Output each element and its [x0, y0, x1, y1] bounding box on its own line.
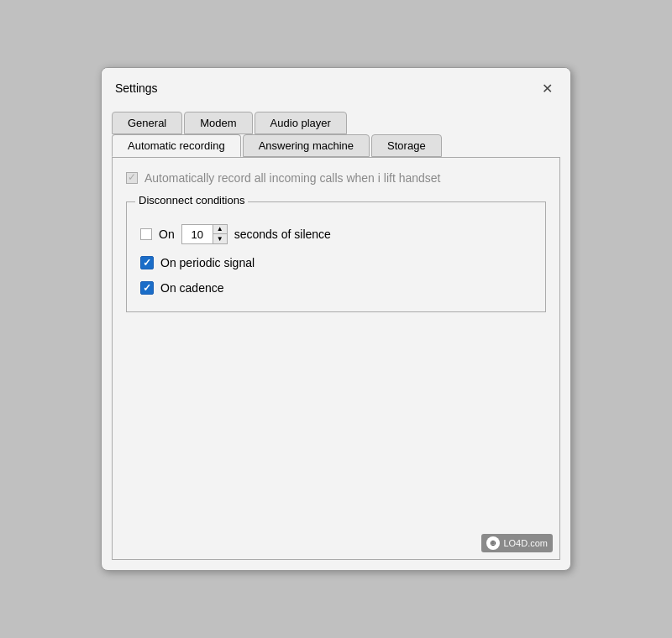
settings-window: Settings ✕ General Modem Audio player Au… — [101, 67, 571, 571]
watermark-text: LO4D.com — [503, 538, 548, 548]
silence-value-input[interactable] — [182, 225, 213, 243]
silence-checkbox[interactable] — [140, 228, 152, 240]
spinner-up-button[interactable]: ▲ — [213, 225, 227, 234]
tab-storage[interactable]: Storage — [371, 134, 442, 157]
auto-record-text: Automatically record all incoming calls … — [144, 171, 441, 185]
tab-automatic-recording[interactable]: Automatic recording — [112, 134, 241, 157]
tab-content: Automatically record all incoming calls … — [112, 157, 560, 560]
spinner-arrows: ▲ ▼ — [213, 225, 227, 243]
tab-audio-player[interactable]: Audio player — [255, 112, 347, 134]
auto-record-checkbox[interactable] — [126, 172, 138, 184]
tab-rows: General Modem Audio player Automatic rec… — [102, 112, 570, 157]
auto-record-row: Automatically record all incoming calls … — [126, 171, 546, 185]
window-title: Settings — [115, 81, 158, 95]
tab-row-2: Automatic recording Answering machine St… — [112, 134, 560, 157]
tab-row-1: General Modem Audio player — [112, 112, 560, 134]
silence-spinner: ▲ ▼ — [181, 224, 228, 244]
watermark: ⊕ LO4D.com — [481, 534, 553, 552]
silence-prefix: On — [159, 227, 175, 241]
watermark-logo: ⊕ — [486, 536, 500, 550]
periodic-signal-label: On periodic signal — [160, 256, 255, 269]
tab-answering-machine[interactable]: Answering machine — [243, 134, 370, 157]
periodic-signal-checkbox[interactable] — [140, 256, 154, 269]
cadence-checkbox[interactable] — [140, 281, 154, 295]
disconnect-conditions-group: Disconnect conditions On ▲ ▼ seconds of … — [126, 201, 546, 312]
group-title: Disconnect conditions — [135, 194, 248, 207]
cadence-label: On cadence — [160, 281, 224, 295]
tab-modem[interactable]: Modem — [184, 112, 252, 134]
periodic-signal-row: On periodic signal — [140, 256, 532, 269]
tab-general[interactable]: General — [112, 112, 182, 134]
close-button[interactable]: ✕ — [537, 78, 557, 98]
silence-condition-row: On ▲ ▼ seconds of silence — [140, 224, 532, 244]
silence-suffix: seconds of silence — [234, 227, 331, 241]
cadence-row: On cadence — [140, 281, 532, 295]
title-bar: Settings ✕ — [102, 68, 570, 105]
spinner-down-button[interactable]: ▼ — [213, 234, 227, 243]
